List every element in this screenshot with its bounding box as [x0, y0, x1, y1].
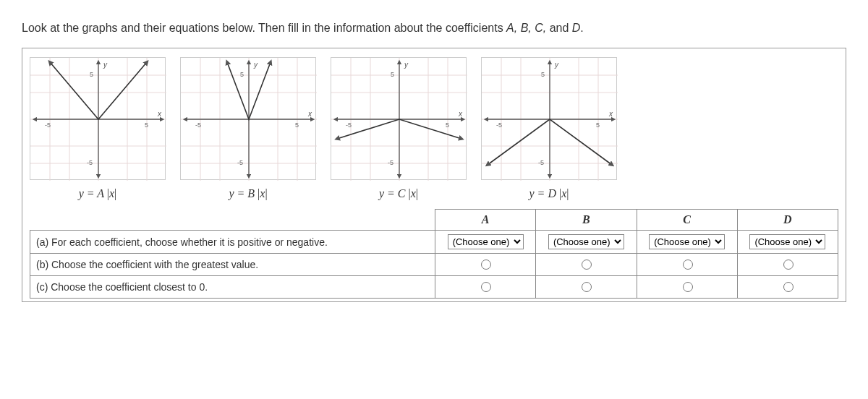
axis-y-label: y: [404, 61, 408, 69]
prompt-vars: A, B, C,: [506, 22, 546, 34]
axis-x-label: x: [609, 110, 613, 118]
prompt-text-1: Look at the graphs and their equations b…: [22, 22, 506, 34]
closest-radio-d[interactable]: [783, 282, 793, 292]
greatest-radio-d[interactable]: [783, 259, 793, 270]
closest-radio-c[interactable]: [683, 282, 693, 292]
sign-select-a[interactable]: (Choose one): [448, 234, 524, 249]
prompt-end: .: [580, 22, 583, 34]
graph-d: y x 5 -5 5 -5: [481, 57, 617, 180]
greatest-radio-b[interactable]: [582, 259, 592, 270]
graph-c: y x 5 -5 5 -5: [331, 57, 467, 180]
tick-neg5y: -5: [538, 159, 544, 166]
tick-pos5x: 5: [295, 121, 299, 129]
eqn-c-x: x: [411, 187, 416, 200]
equation-c: y = C |x|: [379, 187, 418, 200]
axis-y-label: y: [555, 61, 558, 69]
graph-col-b: y x 5 -5 5 -5 y = B |x|: [180, 57, 316, 200]
col-header-d: D: [737, 210, 838, 231]
table-header-row: A B C D: [30, 210, 838, 231]
axis-x-label: x: [459, 110, 462, 118]
table-row: (a) For each coefficient, choose whether…: [30, 231, 838, 254]
tick-pos5y: 5: [541, 71, 545, 78]
graph-a: y x 5 -5 5 -5: [30, 57, 166, 180]
tick-neg5y: -5: [388, 159, 393, 166]
eqn-a-pre: y = A: [79, 187, 107, 200]
row-b-prompt: (b) Choose the coefficient with the grea…: [30, 254, 435, 276]
graph-b: y x 5 -5 5 -5: [180, 57, 316, 180]
sign-select-c[interactable]: (Choose one): [649, 234, 725, 249]
row-a-prompt: (a) For each coefficient, choose whether…: [30, 231, 435, 254]
equation-b: y = B |x|: [229, 187, 267, 200]
tick-pos5x: 5: [596, 121, 600, 129]
eqn-c-pre: y = C: [379, 187, 409, 200]
graph-col-a: y x 5 -5 5 -5 y = A |x|: [30, 57, 166, 200]
table-row: (c) Choose the coefficient closest to 0.: [30, 276, 838, 299]
instruction-text: Look at the graphs and their equations b…: [22, 22, 846, 35]
col-header-c: C: [637, 210, 737, 231]
tick-neg5y: -5: [237, 159, 243, 166]
axis-x-label: x: [158, 110, 161, 118]
eqn-d-x: x: [561, 187, 566, 200]
graph-d-svg: [482, 58, 618, 181]
table-row: (b) Choose the coefficient with the grea…: [30, 254, 838, 276]
equation-d: y = D |x|: [529, 187, 569, 200]
tick-pos5y: 5: [391, 71, 394, 78]
table-empty-cell: [30, 210, 435, 231]
closest-radio-a[interactable]: [481, 282, 491, 292]
tick-pos5x: 5: [145, 121, 148, 129]
col-header-a: A: [435, 210, 536, 231]
row-c-prompt: (c) Choose the coefficient closest to 0.: [30, 276, 435, 299]
axis-x-label: x: [308, 110, 312, 118]
axis-y-label: y: [254, 61, 258, 69]
question-table: A B C D (a) For each coefficient, choose…: [30, 209, 838, 299]
eqn-d-pre: y = D: [529, 187, 559, 200]
graph-col-d: y x 5 -5 5 -5 y = D |x|: [481, 57, 617, 200]
equation-a: y = A |x|: [79, 187, 117, 200]
graph-a-svg: [30, 58, 166, 181]
sign-select-b[interactable]: (Choose one): [548, 234, 624, 249]
sign-select-d[interactable]: (Choose one): [749, 234, 825, 249]
tick-neg5x: -5: [45, 121, 51, 129]
eqn-a-x: x: [109, 187, 114, 200]
prompt-and: and: [546, 22, 572, 34]
graph-col-c: y x 5 -5 5 -5 y = C |x|: [331, 57, 467, 200]
graph-c-svg: [331, 58, 467, 181]
eqn-b-x: x: [260, 187, 265, 200]
tick-neg5x: -5: [496, 121, 502, 129]
col-header-b: B: [536, 210, 637, 231]
tick-pos5y: 5: [240, 71, 244, 78]
axis-y-label: y: [103, 61, 107, 69]
prompt-last: D: [572, 22, 581, 34]
tick-neg5x: -5: [346, 121, 352, 129]
greatest-radio-c[interactable]: [683, 259, 693, 270]
tick-pos5y: 5: [90, 71, 93, 78]
greatest-radio-a[interactable]: [481, 259, 491, 270]
eqn-b-pre: y = B: [229, 187, 258, 200]
graph-b-svg: [181, 58, 317, 181]
tick-pos5x: 5: [446, 121, 449, 129]
tick-neg5x: -5: [195, 121, 201, 129]
content-frame: y x 5 -5 5 -5 y = A |x|: [22, 48, 846, 302]
graphs-row: y x 5 -5 5 -5 y = A |x|: [30, 57, 838, 200]
tick-neg5y: -5: [87, 159, 93, 166]
closest-radio-b[interactable]: [582, 282, 592, 292]
